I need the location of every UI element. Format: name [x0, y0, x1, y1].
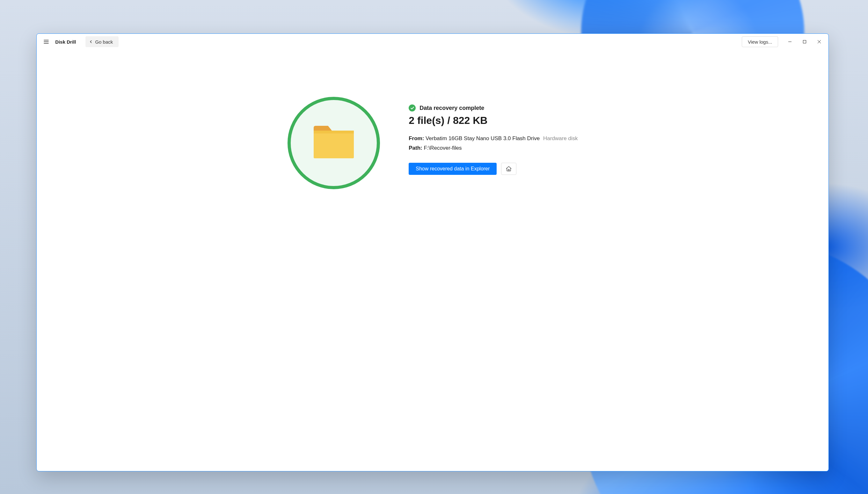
path-value: F:\Recover-files	[424, 145, 462, 151]
check-circle-icon	[409, 104, 416, 112]
folder-icon	[310, 124, 358, 162]
svg-rect-8	[314, 131, 354, 133]
titlebar: Disk Drill Go back View logs...	[37, 34, 829, 50]
status-text: Data recovery complete	[420, 105, 484, 112]
recovery-summary: 2 file(s) / 822 KB	[409, 115, 578, 127]
from-row: From: Verbatim 16GB Stay Nano USB 3.0 Fl…	[409, 135, 578, 142]
content-area: Data recovery complete 2 file(s) / 822 K…	[37, 50, 829, 471]
svg-rect-9	[509, 169, 510, 171]
maximize-icon	[802, 40, 807, 44]
window-maximize-button[interactable]	[797, 34, 812, 49]
view-logs-button[interactable]: View logs...	[742, 36, 778, 47]
home-icon	[505, 166, 512, 172]
minimize-icon	[788, 40, 792, 44]
result-info: Data recovery complete 2 file(s) / 822 K…	[409, 94, 578, 175]
svg-rect-4	[803, 40, 806, 43]
path-label: Path:	[409, 145, 422, 151]
hamburger-icon	[43, 39, 50, 45]
window-minimize-button[interactable]	[782, 34, 797, 49]
from-type: Hardware disk	[543, 135, 578, 141]
window-close-button[interactable]	[812, 34, 827, 49]
hamburger-menu-button[interactable]	[41, 37, 51, 47]
go-back-label: Go back	[95, 39, 113, 44]
home-button[interactable]	[501, 163, 516, 175]
close-icon	[817, 40, 821, 44]
path-row: Path: F:\Recover-files	[409, 145, 578, 151]
status-row: Data recovery complete	[409, 104, 578, 112]
go-back-button[interactable]: Go back	[86, 36, 118, 47]
chevron-left-icon	[89, 39, 93, 44]
result-folder-badge	[288, 97, 380, 189]
from-label: From:	[409, 135, 424, 141]
svg-rect-7	[314, 131, 354, 158]
action-row: Show recovered data in Explorer	[409, 163, 578, 175]
show-in-explorer-button[interactable]: Show recovered data in Explorer	[409, 163, 497, 175]
from-value: Verbatim 16GB Stay Nano USB 3.0 Flash Dr…	[426, 135, 540, 141]
app-window: Disk Drill Go back View logs...	[36, 34, 829, 471]
app-title: Disk Drill	[55, 39, 76, 44]
titlebar-right: View logs...	[742, 34, 827, 49]
